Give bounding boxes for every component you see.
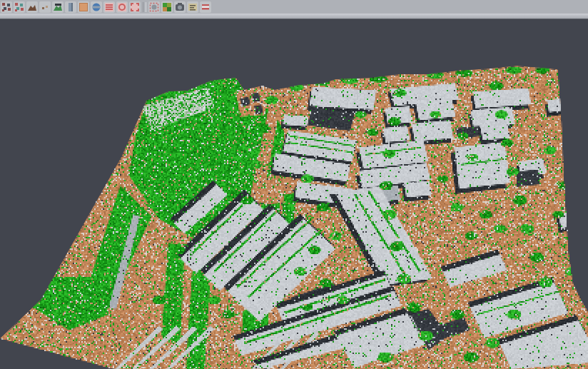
label-icon: [187, 1, 198, 13]
terrain-icon: [26, 1, 38, 13]
rect-select-icon: [129, 1, 141, 13]
app-window: [0, 0, 588, 369]
globe-icon: [91, 1, 102, 13]
circle-select-icon: [116, 1, 128, 13]
circle-select-button[interactable]: [116, 1, 128, 14]
point-cloud-icon: [1, 1, 12, 13]
camera-icon: [174, 1, 186, 13]
points-icon: [39, 1, 51, 13]
rect-select-button[interactable]: [128, 1, 141, 14]
toolbar-edge: [0, 14, 588, 19]
sphere-select-button[interactable]: [148, 1, 161, 14]
navigate-icon: [14, 1, 25, 13]
classification-button[interactable]: [161, 1, 173, 14]
sphere-select-icon: [148, 1, 160, 13]
point-cloud-button[interactable]: [0, 1, 13, 14]
toolbar: [0, 0, 588, 14]
navigate-button[interactable]: [13, 1, 26, 14]
viewport-3d-point-cloud[interactable]: [0, 0, 588, 369]
toolbar-separator: [143, 2, 146, 12]
building-icon: [65, 1, 76, 13]
globe-button[interactable]: [90, 1, 103, 14]
ground-icon: [78, 1, 89, 13]
vegetation-button[interactable]: [51, 1, 64, 14]
layers-button[interactable]: [103, 1, 116, 14]
points-button[interactable]: [39, 1, 51, 14]
flag-button[interactable]: [199, 1, 212, 14]
building-button[interactable]: [64, 1, 77, 14]
camera-button[interactable]: [173, 1, 186, 14]
label-button[interactable]: [186, 1, 199, 14]
terrain-button[interactable]: [26, 1, 39, 14]
ground-button[interactable]: [77, 1, 90, 14]
flag-icon: [200, 1, 211, 13]
classification-icon: [161, 1, 173, 13]
layers-icon: [103, 1, 115, 13]
vegetation-icon: [52, 1, 64, 13]
